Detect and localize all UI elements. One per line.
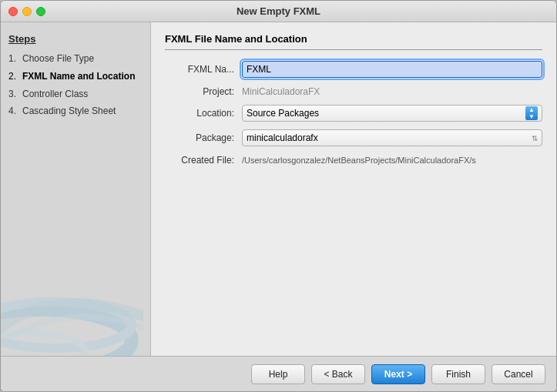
maximize-button[interactable] <box>36 7 45 16</box>
content-area: Steps 1. Choose File Type 2. FXML Name a… <box>1 22 556 356</box>
step-2-label: FXML Name and Location <box>22 70 135 83</box>
project-static-text: MiniCalculadoraFX <box>242 86 320 97</box>
package-row: Package: minicalculadorafx ⇅ <box>165 129 542 146</box>
project-row: Project: MiniCalculadoraFX <box>165 85 542 97</box>
help-button[interactable]: Help <box>251 364 305 384</box>
location-value[interactable]: Source Packages ▲ ▼ <box>242 105 542 122</box>
back-button[interactable]: < Back <box>311 364 365 384</box>
steps-heading: Steps <box>8 33 143 45</box>
project-label: Project: <box>165 86 242 97</box>
location-select-text: Source Packages <box>247 108 525 119</box>
package-label: Package: <box>165 132 242 143</box>
fxml-name-row: FXML Na... <box>165 61 542 78</box>
step-2-num: 2. <box>8 70 22 83</box>
footer: Help < Back Next > Finish Cancel <box>1 356 556 391</box>
project-value: MiniCalculadoraFX <box>242 85 542 97</box>
step-4-num: 4. <box>8 105 22 118</box>
location-label: Location: <box>165 108 242 119</box>
step-3-num: 3. <box>8 88 22 101</box>
sidebar: Steps 1. Choose File Type 2. FXML Name a… <box>1 22 151 356</box>
steps-list: 1. Choose File Type 2. FXML Name and Loc… <box>8 52 143 118</box>
window-title: New Empty FXML <box>237 5 320 17</box>
location-dropdown-arrow[interactable]: ▲ ▼ <box>525 106 538 120</box>
step-1-label: Choose File Type <box>22 52 94 65</box>
step-4: 4. Cascading Style Sheet <box>8 105 143 118</box>
traffic-lights <box>8 7 45 16</box>
section-title: FXML File Name and Location <box>165 33 542 50</box>
package-value[interactable]: minicalculadorafx ⇅ <box>242 129 542 146</box>
step-3-label: Controller Class <box>22 88 88 101</box>
step-2: 2. FXML Name and Location <box>8 70 143 83</box>
main-panel: FXML File Name and Location FXML Na... P… <box>151 22 556 356</box>
minimize-button[interactable] <box>22 7 32 16</box>
location-select[interactable]: Source Packages ▲ ▼ <box>242 105 542 122</box>
step-3: 3. Controller Class <box>8 88 143 101</box>
step-1-num: 1. <box>8 52 22 65</box>
package-arrows-icon: ⇅ <box>532 134 538 142</box>
titlebar: New Empty FXML <box>1 1 556 22</box>
watermark-graphic <box>1 217 143 356</box>
close-button[interactable] <box>8 7 18 16</box>
window: New Empty FXML Steps 1. Choose File Type… <box>0 0 557 392</box>
package-select-text: minicalculadorafx <box>247 132 318 143</box>
step-1: 1. Choose File Type <box>8 52 143 65</box>
package-select[interactable]: minicalculadorafx ⇅ <box>242 129 542 146</box>
step-4-label: Cascading Style Sheet <box>22 105 116 118</box>
spacer <box>165 173 542 345</box>
finish-button[interactable]: Finish <box>431 364 485 384</box>
cancel-button[interactable]: Cancel <box>492 364 545 384</box>
fxml-name-value <box>242 61 542 78</box>
created-file-path: /Users/carlosgonzalez/NetBeansProjects/M… <box>242 156 476 165</box>
created-file-row: Created File: /Users/carlosgonzalez/NetB… <box>165 154 542 166</box>
fxml-name-label: FXML Na... <box>165 64 242 75</box>
next-button[interactable]: Next > <box>371 364 425 384</box>
location-row: Location: Source Packages ▲ ▼ <box>165 105 542 122</box>
created-file-value: /Users/carlosgonzalez/NetBeansProjects/M… <box>242 154 542 166</box>
fxml-name-input[interactable] <box>242 61 542 78</box>
created-file-label: Created File: <box>165 155 242 166</box>
